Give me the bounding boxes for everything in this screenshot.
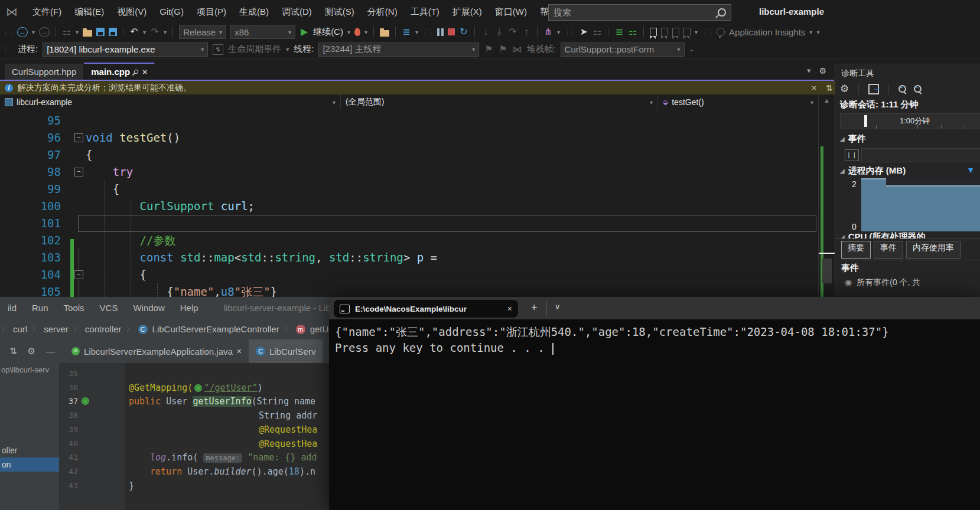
break-all-button[interactable] [437, 28, 444, 36]
terminal-output[interactable]: {"name":"张三","address":"浙江杭州540.","age":… [329, 319, 980, 510]
close-icon[interactable]: × [142, 67, 147, 77]
tab-list-dropdown[interactable]: ▾ [807, 66, 811, 76]
memory-section-header[interactable]: ◢ 进程内存 (MB) [840, 165, 906, 176]
idea-menu-item[interactable]: Help [172, 303, 206, 313]
search-input[interactable]: 搜索 [548, 4, 731, 21]
new-project-dropdown[interactable]: ▾ [76, 29, 79, 35]
hot-reload-icon[interactable] [354, 28, 361, 37]
expander-icon[interactable]: ◢ [840, 168, 845, 174]
vs-menu-item[interactable]: 测试(S) [318, 0, 361, 24]
continue-button[interactable]: 继续(C) [313, 27, 343, 38]
toolbar-grip[interactable]: ⋮⋮ [2, 45, 13, 53]
save-icon[interactable] [96, 28, 105, 36]
run-to-cursor-icon[interactable]: ➤ [579, 27, 588, 37]
breakpoints-window-icon[interactable]: ≣ [402, 27, 411, 37]
stop-debugging-button[interactable] [448, 28, 455, 35]
process-dropdown[interactable]: [18024] libcurl-example.exe▾ [43, 42, 208, 57]
undo-button[interactable]: ↶ [129, 27, 139, 37]
debugbar-overflow[interactable]: ⌄ [689, 46, 694, 53]
terminal-tab-close-icon[interactable]: × [507, 304, 512, 313]
idea-project-panel[interactable]: op\libcurl-serv olleron [0, 363, 59, 510]
browse-folder-icon[interactable] [380, 30, 389, 37]
diag-tab-事件[interactable]: 事件 [874, 241, 903, 259]
fold-icon[interactable]: − [74, 168, 83, 176]
toolbar-grip[interactable]: ⋮⋮ [564, 28, 575, 36]
idea-menu-item[interactable]: Window [125, 303, 172, 313]
scroll-up-icon[interactable]: ▲ [823, 97, 830, 104]
scope-dropdown[interactable]: (全局范围)▾ [341, 94, 658, 110]
navigate-back-button[interactable]: ← [17, 27, 28, 37]
parallel-stacks-icon[interactable]: ⋔ [543, 27, 553, 37]
project-tree-item[interactable]: oller [0, 443, 59, 457]
breadcrumb-item[interactable]: curl [13, 324, 27, 334]
new-tab-button[interactable]: + [531, 302, 538, 314]
toolbar-overflow[interactable]: ▾ [816, 29, 819, 35]
diag-tab-内存使用率[interactable]: 内存使用率 [906, 241, 961, 259]
toolbar-grip[interactable]: ⋮⋮ [422, 28, 433, 36]
scrollbar-thumb[interactable] [822, 259, 832, 283]
project-dropdown[interactable]: libcurl-example▾ [0, 94, 341, 110]
member-dropdown[interactable]: ⬙ testGet()▾ [658, 94, 818, 110]
toolbar-grip[interactable]: ⋮⋮ [2, 28, 13, 36]
indent-lines-icon[interactable]: ≣ [614, 27, 624, 37]
export-icon[interactable] [868, 84, 879, 94]
memory-snapshot-icon[interactable]: ▼ [966, 165, 975, 175]
breadcrumb-item[interactable]: LibCurlServerExampleController [152, 324, 279, 334]
tab-settings-gear-icon[interactable]: ⚙ [819, 66, 827, 76]
vs-menu-item[interactable]: 编辑(E) [68, 0, 110, 24]
vs-menu-item[interactable]: 扩展(X) [446, 0, 489, 24]
infobar-close-icon[interactable]: × [812, 83, 816, 93]
bookmark-overflow[interactable]: ▾ [695, 29, 698, 35]
continue-dropdown[interactable]: ▾ [347, 29, 350, 35]
undo-dropdown[interactable]: ▾ [143, 29, 146, 35]
open-file-icon[interactable] [83, 30, 92, 37]
toolbar-grip[interactable]: ⋮⋮ [702, 28, 712, 36]
terminal-tab[interactable]: E:\code\NacosExample\libcur × [334, 300, 518, 318]
vs-menu-item[interactable]: 窗口(W) [489, 0, 533, 24]
application-insights-chevron[interactable]: ▾ [809, 29, 812, 35]
diag-settings-gear-icon[interactable]: ⚙ [840, 83, 849, 95]
diagnostics-timeline[interactable]: 1:00分钟 [840, 113, 980, 129]
windows-dropdown[interactable]: ▾ [415, 29, 418, 35]
parallel-dropdown[interactable]: ▾ [557, 29, 560, 35]
outdent-lines-icon[interactable]: ⚏ [628, 27, 637, 37]
vs-menu-item[interactable]: 生成(B) [233, 0, 275, 24]
idea-document-tab[interactable]: LibcurlServerExampleApplication.java× [64, 339, 249, 363]
navigate-back-dropdown[interactable]: ▾ [32, 29, 35, 35]
search-icon[interactable] [718, 8, 726, 17]
terminal-dropdown-icon[interactable]: ∨ [555, 302, 561, 311]
continue-play-icon[interactable]: ▶ [299, 27, 309, 37]
infobar-split-icon[interactable]: ⇅ [826, 83, 833, 93]
save-all-icon[interactable] [109, 28, 117, 36]
expander-icon[interactable]: ◢ [840, 136, 845, 142]
hot-reload-dropdown[interactable]: ▾ [364, 29, 367, 35]
vs-menu-item[interactable]: 文件(F) [26, 0, 68, 24]
idea-gear-icon[interactable]: ⚙ [28, 346, 35, 357]
vs-menu-item[interactable]: 工具(T) [404, 0, 446, 24]
idea-hide-icon[interactable]: — [46, 346, 55, 357]
idea-menu-item[interactable]: VCS [92, 303, 126, 313]
zoom-in-icon[interactable]: + [898, 85, 906, 93]
diag-tab-摘要[interactable]: 摘要 [841, 241, 871, 259]
fold-icon[interactable]: − [74, 270, 83, 279]
idea-document-tab[interactable]: CLibCurlServ [249, 339, 323, 363]
copy-frame-icon[interactable]: ⚏ [592, 27, 602, 37]
events-section-header[interactable]: ◢ 事件 [840, 133, 866, 145]
application-insights-dropdown[interactable]: Application Insights [729, 27, 805, 37]
solution-config-dropdown[interactable]: Release▾ [179, 25, 226, 39]
vs-menu-item[interactable]: 分析(N) [361, 0, 404, 24]
pin-icon[interactable] [134, 69, 139, 75]
idea-menu-item[interactable]: Tools [56, 303, 92, 313]
vs-menu-item[interactable]: Git(G) [153, 0, 190, 24]
restart-button[interactable]: ↻ [459, 27, 468, 37]
fold-icon[interactable]: − [74, 133, 83, 142]
document-tab[interactable]: main.cpp× [84, 63, 155, 80]
vs-menu-item[interactable]: 视图(V) [110, 0, 153, 24]
idea-menu-item[interactable]: Run [24, 303, 56, 313]
breadcrumb-item[interactable]: server [44, 324, 69, 334]
close-icon[interactable]: × [237, 346, 242, 356]
idea-menu-item[interactable]: ild [0, 303, 24, 313]
toggle-bookmark-icon[interactable] [650, 28, 657, 36]
idea-collapse-icon[interactable]: ⇅ [9, 346, 17, 357]
vs-menu-item[interactable]: 调试(D) [275, 0, 318, 24]
